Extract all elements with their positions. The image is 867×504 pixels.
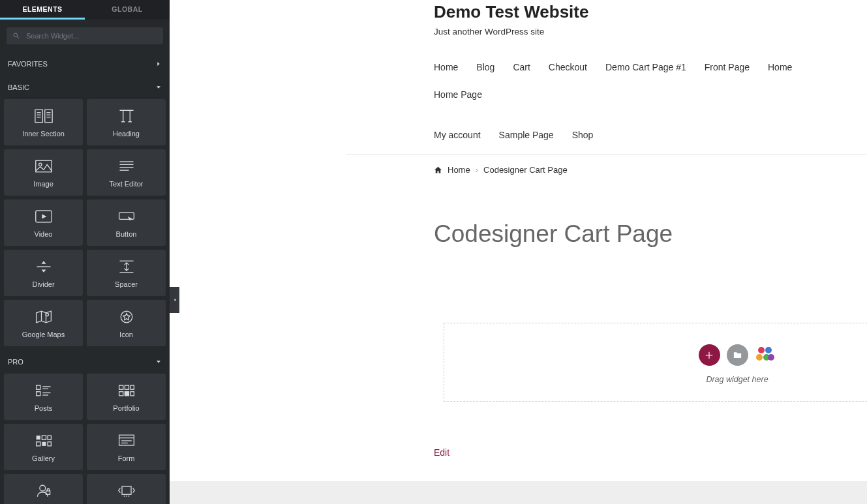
widget-text-editor[interactable]: Text Editor [87, 149, 166, 196]
columns-icon [35, 108, 53, 124]
image-icon [35, 158, 53, 174]
svg-rect-34 [42, 436, 46, 439]
nav-item-demo-cart[interactable]: Demo Cart Page #1 [605, 63, 686, 72]
home-icon [434, 166, 442, 174]
svg-rect-22 [36, 392, 40, 396]
nav-item-home2[interactable]: Home [768, 63, 792, 72]
svg-rect-28 [125, 385, 129, 389]
search-wrap [0, 20, 170, 52]
posts-icon [35, 383, 53, 398]
svg-point-48 [128, 496, 129, 497]
svg-rect-37 [42, 442, 46, 446]
nav-item-home[interactable]: Home [434, 63, 458, 72]
form-icon [117, 433, 136, 449]
plus-icon [705, 351, 714, 360]
text-editor-icon [117, 158, 136, 174]
nav-item-checkout[interactable]: Checkout [549, 63, 587, 72]
drop-zone-buttons [699, 344, 776, 366]
nav-item-home-page[interactable]: Home Page [434, 90, 482, 99]
basic-widget-grid: Inner Section Heading Image Text Editor … [0, 99, 170, 350]
svg-rect-30 [119, 392, 123, 396]
collapse-sidebar-handle[interactable] [170, 287, 179, 313]
button-icon [117, 209, 136, 224]
palette-icon [756, 347, 774, 364]
svg-rect-29 [130, 385, 134, 389]
page-title: Codesigner Cart Page [434, 220, 867, 248]
breadcrumb: Home › Codesigner Cart Page [170, 155, 867, 175]
widget-button[interactable]: Button [87, 200, 166, 246]
section-favorites[interactable]: FAVORITES [0, 52, 170, 76]
nav-item-front-page[interactable]: Front Page [705, 63, 750, 72]
breadcrumb-home[interactable]: Home [448, 165, 470, 175]
folder-icon [733, 350, 742, 360]
site-title[interactable]: Demo Test Website [434, 2, 867, 22]
widget-label: Image [33, 180, 53, 188]
tab-global[interactable]: GLOBAL [85, 0, 170, 20]
widget-form[interactable]: Form [87, 424, 166, 470]
widget-slides[interactable]: Slides [87, 474, 166, 504]
site-header: Demo Test Website Just another WordPress… [170, 0, 867, 154]
widget-label: Form [118, 454, 135, 462]
widget-inner-section[interactable]: Inner Section [4, 99, 83, 145]
widget-google-maps[interactable]: Google Maps [4, 300, 83, 346]
portfolio-icon [117, 383, 136, 398]
svg-point-47 [126, 496, 127, 497]
video-icon [35, 209, 53, 224]
nav-row1: Home Blog Cart Checkout Demo Cart Page #… [434, 63, 867, 99]
widget-label: Icon [119, 331, 133, 338]
search-input[interactable] [7, 27, 163, 44]
section-label: FAVORITES [8, 60, 48, 68]
slides-icon [117, 483, 136, 499]
widget-divider[interactable]: Divider [4, 250, 83, 296]
svg-point-46 [123, 496, 125, 497]
widget-gallery[interactable]: Gallery [4, 424, 83, 470]
widget-spacer[interactable]: Spacer [87, 250, 166, 296]
svg-point-19 [46, 313, 48, 316]
widget-label: Heading [113, 130, 140, 138]
tab-elements[interactable]: ELEMENTS [0, 0, 85, 20]
svg-rect-39 [119, 435, 134, 445]
nav-item-shop[interactable]: Shop [572, 130, 594, 140]
spacer-icon [117, 259, 136, 274]
template-library-button[interactable] [727, 344, 748, 366]
widget-label: Posts [35, 404, 53, 412]
widget-login[interactable]: Login [4, 474, 83, 504]
drop-zone[interactable]: Drag widget here [444, 323, 867, 402]
global-styles-button[interactable] [755, 344, 776, 366]
nav-item-cart[interactable]: Cart [513, 63, 530, 72]
drop-zone-text: Drag widget here [706, 375, 768, 384]
edit-link[interactable]: Edit [434, 447, 867, 458]
widget-portfolio[interactable]: Portfolio [87, 374, 166, 420]
svg-rect-0 [35, 110, 42, 122]
pro-widget-grid: Posts Portfolio Gallery Form Login Slide… [0, 374, 170, 504]
nav-item-sample-page[interactable]: Sample Page [499, 130, 554, 140]
section-label: PRO [8, 358, 23, 366]
section-label: BASIC [8, 83, 29, 91]
nav-item-my-account[interactable]: My account [434, 130, 481, 140]
widget-icon[interactable]: Icon [87, 300, 166, 346]
svg-point-9 [38, 163, 41, 166]
widget-label: Spacer [115, 280, 138, 288]
section-basic[interactable]: BASIC [0, 76, 170, 99]
widget-heading[interactable]: Heading [87, 99, 166, 145]
footer-area [170, 481, 867, 504]
search-box [7, 27, 163, 44]
svg-rect-27 [119, 385, 123, 389]
site-tagline: Just another WordPress site [434, 27, 867, 37]
widget-posts[interactable]: Posts [4, 374, 83, 420]
heading-icon [117, 108, 136, 124]
breadcrumb-current: Codesigner Cart Page [483, 165, 568, 175]
widget-label: Google Maps [22, 331, 65, 338]
star-circle-icon [117, 309, 136, 325]
chevron-left-icon [172, 296, 177, 304]
svg-rect-35 [48, 436, 51, 439]
divider-icon [35, 259, 53, 274]
search-icon [12, 32, 20, 40]
widget-image[interactable]: Image [4, 149, 83, 196]
add-section-button[interactable] [699, 344, 720, 366]
widget-video[interactable]: Video [4, 200, 83, 246]
section-pro[interactable]: PRO [0, 350, 170, 374]
widget-label: Text Editor [110, 180, 144, 188]
nav-item-blog[interactable]: Blog [476, 63, 494, 72]
widget-label: Portfolio [113, 404, 139, 412]
